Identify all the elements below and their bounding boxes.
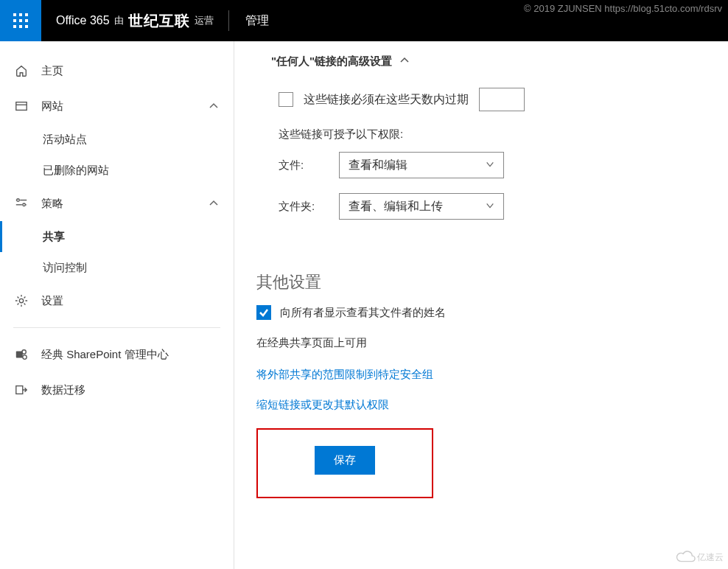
nav-label: 策略: [41, 197, 195, 211]
chevron-up-icon: [209, 198, 219, 209]
folder-permission-dropdown[interactable]: 查看、编辑和上传: [339, 193, 504, 220]
chevron-down-icon: [486, 200, 494, 213]
site-icon: [15, 100, 28, 113]
gear-icon: [15, 294, 28, 307]
brand-by: 由: [114, 14, 124, 27]
sidebar-item-site[interactable]: 网站: [0, 88, 234, 124]
svg-rect-3: [13, 19, 16, 22]
svg-rect-1: [19, 13, 22, 16]
main-content: "任何人"链接的高级设置 这些链接必须在这些天数内过期 这些链接可授予以下权限:…: [234, 41, 728, 569]
file-permission-dropdown[interactable]: 查看和编辑: [339, 152, 504, 178]
nav-label: 主页: [41, 64, 219, 78]
admin-label[interactable]: 管理: [229, 13, 285, 29]
nav-label: 数据迁移: [41, 383, 219, 397]
expire-checkbox[interactable]: [279, 92, 293, 107]
show-owner-checkbox[interactable]: [256, 305, 271, 320]
save-button[interactable]: 保存: [315, 446, 375, 475]
app-launcher-button[interactable]: [0, 0, 41, 41]
sidebar-item-settings[interactable]: 设置: [0, 283, 234, 318]
classic-note: 在经典共享页面上可用: [256, 336, 706, 350]
nav-label: 网站: [41, 100, 195, 114]
show-owner-row: 向所有者显示查看其文件者的姓名: [256, 305, 706, 320]
svg-point-14: [23, 203, 26, 206]
svg-rect-5: [25, 19, 28, 22]
brand-block: Office 365 由 世纪互联 运营: [41, 11, 228, 31]
nav-label: 设置: [41, 294, 219, 308]
folder-label: 文件夹:: [279, 200, 318, 214]
brand-suffix: 运营: [195, 14, 214, 27]
svg-point-11: [17, 199, 20, 202]
brand-logo-text: 世纪互联: [128, 11, 190, 31]
expire-label: 这些链接必须在这些天数内过期: [304, 92, 469, 108]
dropdown-value: 查看、编辑和上传: [349, 199, 443, 214]
footer-logo: 亿速云: [675, 550, 724, 565]
svg-rect-7: [19, 25, 22, 28]
nav-label: 经典 SharePoint 管理中心: [41, 348, 219, 362]
save-highlight-box: 保存: [256, 428, 433, 498]
sidebar-item-policy[interactable]: 策略: [0, 186, 234, 221]
sidebar-separator: [13, 327, 220, 328]
svg-rect-8: [25, 25, 28, 28]
svg-rect-6: [13, 25, 16, 28]
svg-rect-9: [16, 102, 27, 111]
cloud-icon: [675, 550, 696, 565]
sharepoint-icon: [15, 348, 28, 361]
sidebar-item-classic-admin[interactable]: 经典 SharePoint 管理中心: [0, 337, 234, 372]
chevron-up-icon: [399, 55, 410, 68]
other-settings-heading: 其他设置: [256, 271, 706, 293]
svg-rect-21: [16, 386, 23, 394]
sidebar-item-home[interactable]: 主页: [0, 53, 234, 88]
svg-point-20: [23, 355, 27, 359]
svg-rect-2: [25, 13, 28, 16]
policy-icon: [15, 197, 28, 210]
file-label: 文件:: [279, 158, 318, 172]
expire-row: 这些链接必须在这些天数内过期: [279, 88, 706, 111]
limit-external-link[interactable]: 将外部共享的范围限制到特定安全组: [256, 368, 706, 382]
anyone-links-section-toggle[interactable]: "任何人"链接的高级设置: [271, 55, 706, 69]
brand-prefix: Office 365: [56, 14, 110, 27]
shorten-link[interactable]: 缩短链接或更改其默认权限: [256, 398, 706, 412]
file-permission-row: 文件: 查看和编辑: [279, 152, 706, 178]
watermark-text: © 2019 ZJUNSEN https://blog.51cto.com/rd…: [524, 3, 722, 14]
expire-days-input[interactable]: [479, 88, 525, 111]
sidebar-subitem-sharing[interactable]: 共享: [0, 221, 234, 252]
sidebar-item-migration[interactable]: 数据迁移: [0, 372, 234, 408]
section-heading: "任何人"链接的高级设置: [271, 55, 392, 69]
migration-icon: [15, 383, 28, 397]
svg-rect-4: [19, 19, 22, 22]
svg-rect-0: [13, 13, 16, 16]
sidebar-subitem-active-sites[interactable]: 活动站点: [0, 124, 234, 155]
sidebar: 主页 网站 活动站点 已删除的网站 策略 共享 访问控制 设置 经典 Share…: [0, 41, 234, 569]
dropdown-value: 查看和编辑: [349, 158, 407, 173]
home-icon: [15, 64, 28, 77]
sidebar-subitem-deleted-sites[interactable]: 已删除的网站: [0, 155, 234, 186]
chevron-up-icon: [209, 101, 219, 111]
waffle-icon: [13, 13, 28, 28]
footer-logo-text: 亿速云: [697, 551, 724, 564]
svg-point-17: [19, 299, 23, 302]
show-owner-label: 向所有者显示查看其文件者的姓名: [280, 306, 446, 320]
folder-permission-row: 文件夹: 查看、编辑和上传: [279, 193, 706, 220]
sidebar-subitem-access-control[interactable]: 访问控制: [0, 252, 234, 283]
chevron-down-icon: [486, 158, 494, 172]
permissions-intro: 这些链接可授予以下权限:: [279, 128, 706, 142]
